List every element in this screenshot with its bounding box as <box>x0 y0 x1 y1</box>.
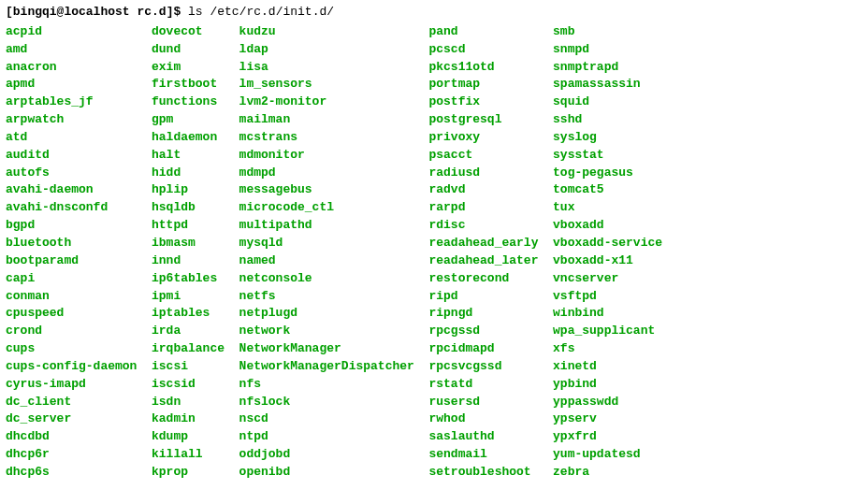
file-entry: bgpd <box>6 217 137 235</box>
file-entry: netconsole <box>239 270 414 288</box>
file-entry: vsftpd <box>553 288 662 306</box>
file-entry: ipmi <box>152 288 225 306</box>
file-entry: hidd <box>152 165 225 182</box>
file-entry: avahi-daemon <box>6 181 137 199</box>
file-entry: tog-pegasus <box>553 165 662 182</box>
file-entry: radiusd <box>428 165 538 182</box>
file-entry: ip6tables <box>152 270 225 288</box>
file-entry: arpwatch <box>6 111 137 129</box>
file-entry: arptables_jf <box>6 94 137 111</box>
file-entry: syslog <box>553 129 662 147</box>
file-entry: netfs <box>239 288 414 306</box>
file-entry: dc_server <box>6 410 137 428</box>
file-entry: messagebus <box>239 181 414 199</box>
file-entry: pcscd <box>428 41 538 59</box>
file-entry: innd <box>152 252 225 270</box>
file-entry: spamassassin <box>553 76 662 94</box>
file-entry: NetworkManagerDispatcher <box>239 358 414 376</box>
file-entry: readahead_later <box>428 252 538 270</box>
file-entry: rpcgssd <box>428 323 538 340</box>
file-entry: sysstat <box>553 147 662 165</box>
file-entry: gpm <box>152 111 225 129</box>
file-entry: irqbalance <box>152 340 225 358</box>
file-entry: kdump <box>152 428 225 446</box>
file-entry: lm_sensors <box>239 76 414 94</box>
file-entry: wpa_supplicant <box>553 323 662 340</box>
file-entry: restorecond <box>428 270 538 288</box>
file-entry: radvd <box>428 181 538 199</box>
file-entry: bluetooth <box>6 235 137 252</box>
file-entry: autofs <box>6 165 137 182</box>
file-entry: firstboot <box>152 76 225 94</box>
file-entry: ypxfrd <box>553 428 662 446</box>
file-entry: hsqldb <box>152 199 225 217</box>
file-entry: iscsid <box>152 376 225 394</box>
shell-prompt: [bingqi@localhost rc.d]$ <box>6 5 188 19</box>
file-entry: hplip <box>152 181 225 199</box>
file-entry: portmap <box>428 76 538 94</box>
file-entry: ibmasm <box>152 235 225 252</box>
file-entry: vboxadd-service <box>553 235 662 252</box>
file-entry: zebra <box>553 464 662 482</box>
file-entry: cups-config-daemon <box>6 358 137 376</box>
file-entry: tomcat5 <box>553 181 662 199</box>
file-entry: netplugd <box>239 305 414 323</box>
file-entry: iscsi <box>152 358 225 376</box>
file-entry: dhcp6s <box>6 464 137 482</box>
file-entry: xfs <box>553 340 662 358</box>
ls-col-3: pandpcscdpkcs11otdportmappostfixpostgres… <box>428 23 538 482</box>
file-entry: cpuspeed <box>6 305 137 323</box>
file-entry: atd <box>6 129 137 147</box>
ls-output: acpidamdanacronapmdarptables_jfarpwatcha… <box>6 23 849 482</box>
file-entry: microcode_ctl <box>239 199 414 217</box>
file-entry: saslauthd <box>428 428 538 446</box>
file-entry: isdn <box>152 394 225 411</box>
file-entry: rpcidmapd <box>428 340 538 358</box>
file-entry: setroubleshoot <box>428 464 538 482</box>
file-entry: ypserv <box>553 410 662 428</box>
file-entry: crond <box>6 323 137 340</box>
ls-col-4: smbsnmpdsnmptrapdspamassassinsquidsshdsy… <box>553 23 662 482</box>
file-entry: mdmpd <box>239 165 414 182</box>
file-entry: ripd <box>428 288 538 306</box>
file-entry: ntpd <box>239 428 414 446</box>
file-entry: capi <box>6 270 137 288</box>
file-entry: avahi-dnsconfd <box>6 199 137 217</box>
file-entry: rdisc <box>428 217 538 235</box>
ls-col-1: dovecotdundeximfirstbootfunctionsgpmhald… <box>152 23 225 482</box>
file-entry: snmptrapd <box>553 59 662 77</box>
file-entry: rstatd <box>428 376 538 394</box>
ls-col-2: kudzuldaplisalm_sensorslvm2-monitormailm… <box>239 23 414 482</box>
file-entry: openibd <box>239 464 414 482</box>
file-entry: smb <box>553 23 662 41</box>
terminal-prompt-line: [bingqi@localhost rc.d]$ ls /etc/rc.d/in… <box>6 4 849 22</box>
file-entry: nfs <box>239 376 414 394</box>
file-entry: squid <box>553 94 662 111</box>
file-entry: yum-updatesd <box>553 446 662 464</box>
file-entry: postgresql <box>428 111 538 129</box>
ls-col-0: acpidamdanacronapmdarptables_jfarpwatcha… <box>6 23 137 482</box>
file-entry: iptables <box>152 305 225 323</box>
file-entry: yppasswdd <box>553 394 662 411</box>
file-entry: pkcs11otd <box>428 59 538 77</box>
file-entry: pand <box>428 23 538 41</box>
file-entry: ypbind <box>553 376 662 394</box>
file-entry: readahead_early <box>428 235 538 252</box>
file-entry: haldaemon <box>152 129 225 147</box>
file-entry: sendmail <box>428 446 538 464</box>
file-entry: nscd <box>239 410 414 428</box>
file-entry: amd <box>6 41 137 59</box>
shell-command: ls /etc/rc.d/init.d/ <box>188 5 334 19</box>
file-entry: winbind <box>553 305 662 323</box>
file-entry: cyrus-imapd <box>6 376 137 394</box>
file-entry: ldap <box>239 41 414 59</box>
file-entry: httpd <box>152 217 225 235</box>
file-entry: tux <box>553 199 662 217</box>
file-entry: conman <box>6 288 137 306</box>
file-entry: exim <box>152 59 225 77</box>
file-entry: ripngd <box>428 305 538 323</box>
file-entry: halt <box>152 147 225 165</box>
file-entry: oddjobd <box>239 446 414 464</box>
file-entry: sshd <box>553 111 662 129</box>
file-entry: acpid <box>6 23 137 41</box>
